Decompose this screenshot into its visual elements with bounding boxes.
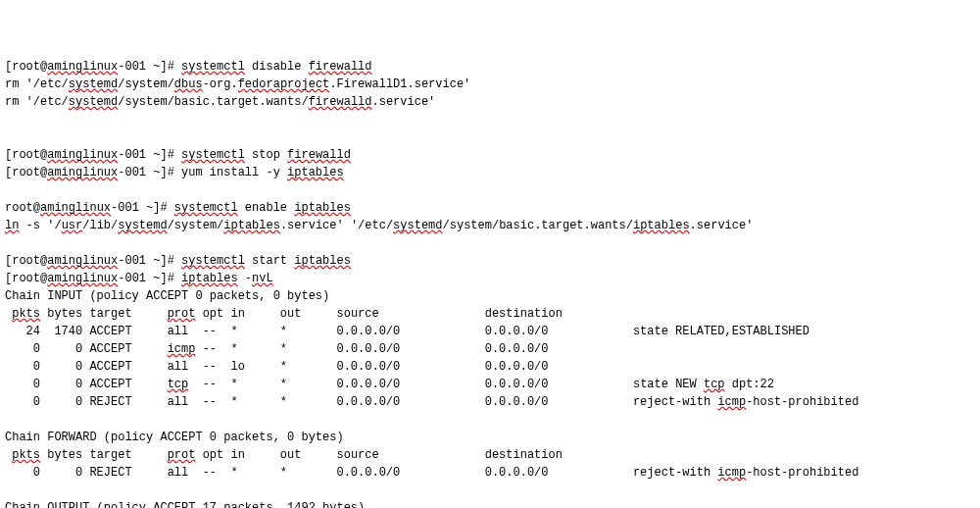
text: -001 ~]# bbox=[111, 201, 174, 215]
text: [root@ bbox=[5, 166, 47, 179]
text: -- * * 0.0.0.0/0 0.0.0.0/0 state NEW bbox=[188, 378, 704, 391]
text: -- * * 0.0.0.0/0 0.0.0.0/0 bbox=[195, 342, 548, 356]
blank-line bbox=[5, 411, 975, 429]
spell-error: aminglinux bbox=[47, 166, 118, 179]
terminal-line: ln -s '/usr/lib/systemd/system/iptables.… bbox=[5, 217, 975, 234]
terminal-line: 0 0 ACCEPT icmp -- * * 0.0.0.0/0 0.0.0.0… bbox=[5, 340, 975, 358]
text: 0 0 REJECT all -- * * 0.0.0.0/0 0.0.0.0/… bbox=[5, 395, 717, 409]
terminal-line: rm '/etc/systemd/system/basic.target.wan… bbox=[5, 93, 975, 111]
spell-error: firewalld bbox=[309, 60, 372, 74]
spell-error: iptables bbox=[294, 201, 351, 215]
spell-error: aminglinux bbox=[47, 272, 118, 285]
text: root@ bbox=[5, 201, 40, 215]
spell-error: icmp bbox=[168, 342, 196, 356]
terminal-line: Chain OUTPUT (policy ACCEPT 17 packets, … bbox=[5, 499, 975, 508]
spell-error: aminglinux bbox=[47, 148, 118, 162]
blank-line bbox=[5, 128, 975, 146]
text: .FirewallD1.service' bbox=[329, 77, 470, 91]
text: bytes target bbox=[40, 448, 168, 462]
spell-error: pkts bbox=[12, 307, 40, 321]
spell-error: systemd bbox=[69, 77, 118, 91]
spell-error: firewalld bbox=[287, 148, 351, 162]
spell-error: iptables bbox=[181, 272, 238, 285]
terminal-line: pkts bytes target prot opt in out source… bbox=[5, 305, 975, 323]
blank-line bbox=[5, 482, 975, 499]
blank-line bbox=[5, 111, 975, 128]
text: [root@ bbox=[5, 148, 47, 162]
text: -001 ~]# bbox=[118, 272, 181, 285]
text: Chain FORWARD (policy ACCEPT 0 packets, … bbox=[5, 431, 344, 444]
terminal-line: rm '/etc/systemd/system/dbus-org.fedorap… bbox=[5, 76, 975, 93]
spell-error: systemctl bbox=[181, 60, 245, 74]
text: 0 0 ACCEPT bbox=[5, 342, 168, 356]
spell-error: systemd bbox=[69, 95, 118, 109]
terminal-line: pkts bytes target prot opt in out source… bbox=[5, 446, 975, 464]
terminal-line: 0 0 ACCEPT tcp -- * * 0.0.0.0/0 0.0.0.0/… bbox=[5, 376, 975, 393]
text: -001 ~]# bbox=[118, 60, 181, 74]
terminal-line: [root@aminglinux-001 ~]# systemctl start… bbox=[5, 252, 975, 270]
spell-error: usr bbox=[62, 219, 83, 232]
terminal-line: Chain FORWARD (policy ACCEPT 0 packets, … bbox=[5, 429, 975, 446]
spell-error: icmp bbox=[717, 466, 746, 480]
text: - bbox=[238, 272, 252, 285]
text: /lib/ bbox=[82, 219, 118, 232]
spell-error: systemctl bbox=[181, 148, 245, 162]
spell-error: systemd bbox=[118, 219, 167, 232]
text: -s '/ bbox=[19, 219, 61, 232]
text: -001 ~]# bbox=[118, 148, 181, 162]
text: start bbox=[245, 254, 294, 268]
text: rm '/etc/ bbox=[5, 77, 69, 91]
spell-error: aminglinux bbox=[47, 60, 118, 74]
terminal-line: [root@aminglinux-001 ~]# systemctl stop … bbox=[5, 146, 975, 164]
text: 0 0 ACCEPT all -- lo * 0.0.0.0/0 0.0.0.0… bbox=[5, 360, 549, 374]
text: /system/ bbox=[168, 219, 224, 232]
text: .service' bbox=[371, 95, 435, 109]
spell-error: dbus bbox=[174, 77, 203, 91]
blank-line bbox=[5, 234, 975, 252]
spell-error: systemctl bbox=[181, 254, 245, 268]
text: opt in out source destination bbox=[195, 448, 562, 462]
text: /system/basic.target.wants/ bbox=[443, 219, 633, 232]
terminal-line: Chain INPUT (policy ACCEPT 0 packets, 0 … bbox=[5, 287, 975, 305]
terminal-line: [root@aminglinux-001 ~]# yum install -y … bbox=[5, 164, 975, 181]
text: [root@ bbox=[5, 254, 47, 268]
text: Chain INPUT (policy ACCEPT 0 packets, 0 … bbox=[5, 289, 329, 303]
terminal-line: 24 1740 ACCEPT all -- * * 0.0.0.0/0 0.0.… bbox=[5, 323, 975, 340]
text: 0 0 REJECT all -- * * 0.0.0.0/0 0.0.0.0/… bbox=[5, 466, 717, 480]
spell-error: tcp bbox=[704, 378, 725, 391]
spell-error: prot bbox=[168, 307, 196, 321]
text: stop bbox=[245, 148, 287, 162]
text: [root@ bbox=[5, 60, 47, 74]
text: .service' bbox=[690, 219, 754, 232]
blank-line bbox=[5, 181, 975, 199]
terminal-line: [root@aminglinux-001 ~]# iptables -nvL bbox=[5, 270, 975, 287]
text: -001 ~]# yum install -y bbox=[118, 166, 287, 179]
text: Chain OUTPUT (policy ACCEPT 17 packets, … bbox=[5, 501, 365, 508]
text: -host-prohibited bbox=[746, 466, 858, 480]
text: dpt:22 bbox=[725, 378, 774, 391]
spell-error: iptables bbox=[294, 254, 351, 268]
text: /system/basic.target.wants/ bbox=[118, 95, 308, 109]
text: 0 0 ACCEPT bbox=[5, 378, 168, 391]
spell-error: aminglinux bbox=[40, 201, 111, 215]
terminal-line: root@aminglinux-001 ~]# systemctl enable… bbox=[5, 199, 975, 217]
spell-error: firewalld bbox=[309, 95, 372, 109]
spell-error: prot bbox=[168, 448, 196, 462]
spell-error: aminglinux bbox=[47, 254, 118, 268]
terminal-line: 0 0 REJECT all -- * * 0.0.0.0/0 0.0.0.0/… bbox=[5, 393, 975, 411]
text: disable bbox=[245, 60, 309, 74]
spell-error: tcp bbox=[168, 378, 189, 391]
text: [root@ bbox=[5, 272, 47, 285]
terminal-line: 0 0 ACCEPT all -- lo * 0.0.0.0/0 0.0.0.0… bbox=[5, 358, 975, 376]
terminal-line: [root@aminglinux-001 ~]# systemctl disab… bbox=[5, 58, 975, 76]
spell-error: fedoraproject bbox=[238, 77, 330, 91]
spell-error: iptables bbox=[287, 166, 344, 179]
text: enable bbox=[238, 201, 295, 215]
terminal-line: 0 0 REJECT all -- * * 0.0.0.0/0 0.0.0.0/… bbox=[5, 464, 975, 482]
spell-error: icmp bbox=[717, 395, 746, 409]
text: -org. bbox=[203, 77, 238, 91]
text: rm '/etc/ bbox=[5, 95, 69, 109]
text: opt in out source destination bbox=[195, 307, 562, 321]
spell-error: pkts bbox=[12, 448, 40, 462]
spell-error: nvL bbox=[252, 272, 273, 285]
